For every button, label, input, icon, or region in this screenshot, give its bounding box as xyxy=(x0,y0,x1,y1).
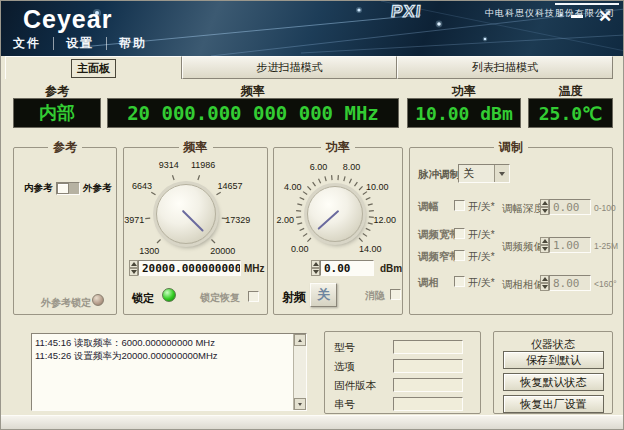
am-label: 调幅 xyxy=(418,200,439,214)
tab-step-sweep[interactable]: 步进扫描模式 xyxy=(182,56,397,79)
fm-narrow-on-off-checkbox[interactable] xyxy=(454,250,465,261)
scroll-up-icon[interactable] xyxy=(294,334,306,346)
dial-label: 9314 xyxy=(159,160,179,170)
scroll-down-icon[interactable] xyxy=(294,398,306,410)
pulse-mod-value: 关 xyxy=(459,166,494,181)
lock-led xyxy=(162,288,176,302)
rf-label: 射频 xyxy=(282,289,306,306)
internal-ref-label: 内参考 xyxy=(24,182,53,195)
spin-down-icon[interactable] xyxy=(540,207,549,215)
power-unit-label: dBm xyxy=(380,263,402,274)
modulation-panel-title: 调制 xyxy=(494,139,528,156)
am-depth-label: 调幅深度 xyxy=(502,202,544,216)
pxi-logo: PXI xyxy=(390,2,423,22)
dial-label: 2.00 xyxy=(277,215,295,225)
model-label: 型号 xyxy=(334,341,355,355)
dial-label: 14657 xyxy=(218,181,243,191)
reference-panel-title: 参考 xyxy=(48,139,82,156)
rf-toggle-button[interactable]: 关 xyxy=(310,283,337,307)
spin-up-icon[interactable] xyxy=(129,260,138,268)
spin-up-icon[interactable] xyxy=(540,275,549,283)
save-default-button[interactable]: 保存到默认 xyxy=(503,351,604,369)
menu-help[interactable]: 帮助 xyxy=(107,35,159,52)
fm-wide-on-off-checkbox[interactable] xyxy=(454,228,465,239)
chevron-down-icon xyxy=(499,172,505,176)
knob-face[interactable] xyxy=(307,186,363,242)
fm-dev-input[interactable]: 1.00 xyxy=(549,237,591,253)
menu-bar: 文件 设置 帮助 xyxy=(1,31,624,56)
frequency-input[interactable]: 20000.000000000 xyxy=(138,260,241,276)
knob-face[interactable] xyxy=(156,184,216,244)
pm-dev-input[interactable]: 8.00 xyxy=(549,275,591,291)
pm-dev-spinner[interactable] xyxy=(540,275,549,291)
tab-bar: 主面板 步进扫描模式 列表扫描模式 xyxy=(5,56,621,79)
frequency-spinner[interactable] xyxy=(129,260,138,276)
company-name: 中电科思仪科技股份有限公司 xyxy=(485,7,615,20)
frequency-knob[interactable]: 130039716643931411986146571732920000 xyxy=(124,148,267,314)
firmware-label: 固件版本 xyxy=(334,379,376,393)
restore-factory-button[interactable]: 恢复出厂设置 xyxy=(503,395,604,413)
window-bottom-edge xyxy=(1,415,624,430)
firmware-field xyxy=(393,378,463,392)
modulation-panel: 调制 脉冲调制 关 调幅 开/关* 调幅深度 0.00 0-100 调频宽带 开… xyxy=(409,147,613,315)
power-spinner[interactable] xyxy=(311,260,320,276)
serial-field xyxy=(393,397,463,411)
am-depth-spinner[interactable] xyxy=(540,199,549,215)
options-label: 选项 xyxy=(334,360,355,374)
options-field xyxy=(393,359,463,373)
log-scrollbar[interactable] xyxy=(293,334,306,410)
am-depth-input[interactable]: 0.00 xyxy=(549,199,591,215)
ext-ref-lock-led xyxy=(92,294,104,306)
dial-label: 4.00 xyxy=(284,182,302,192)
tab-list-sweep[interactable]: 列表扫描模式 xyxy=(397,56,613,79)
frequency-panel: 频率 130039716643931411986146571732920000 … xyxy=(123,147,268,315)
dial-label: 6.00 xyxy=(310,162,328,172)
tab-main-panel[interactable]: 主面板 xyxy=(5,56,182,79)
main-panel-content: 参考 内部 频率 20 000.000 000 000 MHz 功率 10.00… xyxy=(5,79,621,415)
dial-label: 6643 xyxy=(132,181,152,191)
instrument-status-panel: 仪器状态 保存到默认 恢复默认状态 恢复出厂设置 xyxy=(493,331,613,414)
reference-display-value: 内部 xyxy=(13,98,101,128)
spin-down-icon[interactable] xyxy=(540,245,549,253)
fm-dev-spinner[interactable] xyxy=(540,237,549,253)
log-line: 11:45:26 设置频率为20000.000000000MHz xyxy=(35,349,290,362)
log-lines: 11:45:16 读取频率：6000.000000000 MHz 11:45:2… xyxy=(35,336,290,362)
spin-down-icon[interactable] xyxy=(129,268,138,276)
spin-up-icon[interactable] xyxy=(540,237,549,245)
temperature-display-value: 25.0℃ xyxy=(528,98,613,128)
tab-main-panel-label: 主面板 xyxy=(71,59,116,78)
message-log[interactable]: 11:45:16 读取频率：6000.000000000 MHz 11:45:2… xyxy=(31,333,307,411)
am-depth-range: 0-100 xyxy=(594,203,616,213)
external-ref-label: 外参考 xyxy=(83,182,112,195)
lock-label: 锁定 xyxy=(132,291,154,306)
lock-restore-checkbox[interactable] xyxy=(248,291,259,302)
model-field xyxy=(393,340,463,354)
pm-on-off-checkbox[interactable] xyxy=(454,276,465,287)
dial-label: 8.00 xyxy=(343,162,361,172)
fm-narrow-switch-label: 开/关* xyxy=(468,250,495,264)
pulse-mod-label: 脉冲调制 xyxy=(418,168,460,182)
am-on-off-checkbox[interactable] xyxy=(454,200,465,211)
restore-default-button[interactable]: 恢复默认状态 xyxy=(503,373,604,391)
menu-settings[interactable]: 设置 xyxy=(54,35,106,52)
power-input[interactable]: 0.00 xyxy=(320,260,374,276)
spin-down-icon[interactable] xyxy=(540,283,549,291)
reference-toggle-switch[interactable] xyxy=(56,182,80,195)
spin-up-icon[interactable] xyxy=(540,199,549,207)
title-bar: Ceyear ✕ 文件 设置 帮助 PXI 中电科思仪科技股份有限公司 xyxy=(1,1,624,56)
status-panel-title: 仪器状态 xyxy=(494,337,612,352)
pulse-mod-dropdown[interactable]: 关 xyxy=(458,164,510,183)
dial-label: 1300 xyxy=(139,246,159,256)
menu-file[interactable]: 文件 xyxy=(1,35,53,52)
spin-down-icon[interactable] xyxy=(311,268,320,276)
blanking-checkbox[interactable] xyxy=(390,289,401,300)
app-window: Ceyear ✕ 文件 设置 帮助 PXI 中电科思仪科技股份有限公司 主面板 … xyxy=(0,0,624,430)
serial-label: 串号 xyxy=(334,398,355,412)
dial-label: 17329 xyxy=(225,215,250,225)
fm-dev-range: 1-25M xyxy=(594,241,618,251)
dropdown-arrow-button[interactable] xyxy=(494,165,509,182)
toggle-thumb xyxy=(57,183,69,194)
fm-dev-label: 调频频偏 xyxy=(502,240,544,254)
spin-up-icon[interactable] xyxy=(311,260,320,268)
dial-label: 10.00 xyxy=(366,182,389,192)
